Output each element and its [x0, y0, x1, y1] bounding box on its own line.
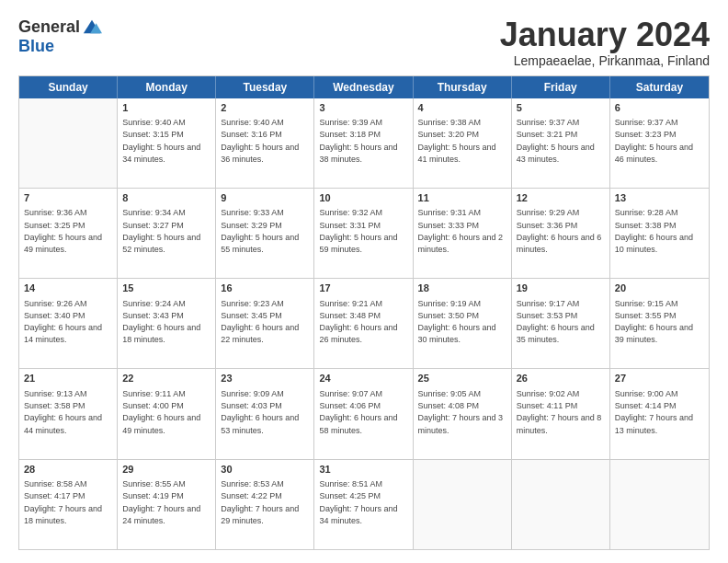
week-row-5: 28Sunrise: 8:58 AMSunset: 4:17 PMDayligh…: [19, 459, 709, 549]
cal-cell-0-3: 3Sunrise: 9:39 AMSunset: 3:18 PMDaylight…: [314, 98, 413, 188]
cal-cell-3-3: 24Sunrise: 9:07 AMSunset: 4:06 PMDayligh…: [314, 369, 413, 458]
calendar: Sunday Monday Tuesday Wednesday Thursday…: [18, 75, 710, 550]
week-row-3: 14Sunrise: 9:26 AMSunset: 3:40 PMDayligh…: [19, 278, 709, 368]
cell-info: Sunrise: 9:38 AMSunset: 3:20 PMDaylight:…: [418, 118, 496, 164]
day-number: 20: [615, 282, 704, 295]
cal-cell-4-1: 29Sunrise: 8:55 AMSunset: 4:19 PMDayligh…: [118, 460, 216, 549]
title-block: January 2024 Lempaeaelae, Pirkanmaa, Fin…: [500, 17, 710, 68]
cal-cell-4-0: 28Sunrise: 8:58 AMSunset: 4:17 PMDayligh…: [19, 460, 118, 549]
cell-info: Sunrise: 9:09 AMSunset: 4:03 PMDaylight:…: [221, 389, 299, 435]
cell-info: Sunrise: 9:40 AMSunset: 3:15 PMDaylight:…: [122, 118, 200, 164]
day-number: 17: [319, 282, 407, 295]
day-number: 11: [418, 191, 506, 205]
day-number: 29: [122, 463, 210, 477]
cell-info: Sunrise: 9:15 AMSunset: 3:55 PMDaylight:…: [615, 299, 693, 345]
cal-cell-0-1: 1Sunrise: 9:40 AMSunset: 3:15 PMDaylight…: [118, 98, 216, 188]
cal-cell-0-4: 4Sunrise: 9:38 AMSunset: 3:20 PMDaylight…: [414, 98, 512, 188]
cell-info: Sunrise: 9:21 AMSunset: 3:48 PMDaylight:…: [319, 299, 397, 345]
header-thursday: Thursday: [414, 76, 512, 98]
day-number: 30: [221, 463, 309, 477]
cal-cell-2-1: 15Sunrise: 9:24 AMSunset: 3:43 PMDayligh…: [118, 279, 216, 368]
cell-info: Sunrise: 9:29 AMSunset: 3:36 PMDaylight:…: [517, 208, 602, 254]
day-number: 8: [122, 191, 210, 205]
day-number: 13: [615, 191, 704, 205]
day-number: 18: [418, 282, 506, 295]
cell-info: Sunrise: 9:32 AMSunset: 3:31 PMDaylight:…: [319, 208, 397, 254]
header-sunday: Sunday: [19, 76, 118, 98]
day-number: 3: [319, 101, 407, 115]
calendar-header: Sunday Monday Tuesday Wednesday Thursday…: [19, 76, 709, 98]
cal-cell-0-5: 5Sunrise: 9:37 AMSunset: 3:21 PMDaylight…: [512, 98, 610, 188]
day-number: 15: [122, 282, 210, 295]
cell-info: Sunrise: 8:58 AMSunset: 4:17 PMDaylight:…: [24, 479, 102, 525]
cal-cell-2-5: 19Sunrise: 9:17 AMSunset: 3:53 PMDayligh…: [512, 279, 610, 368]
cal-cell-4-4: [414, 460, 512, 549]
header-wednesday: Wednesday: [314, 76, 413, 98]
header-saturday: Saturday: [610, 76, 709, 98]
cal-cell-1-5: 12Sunrise: 9:29 AMSunset: 3:36 PMDayligh…: [512, 189, 610, 278]
cell-info: Sunrise: 8:53 AMSunset: 4:22 PMDaylight:…: [221, 479, 299, 525]
cal-cell-2-2: 16Sunrise: 9:23 AMSunset: 3:45 PMDayligh…: [216, 279, 314, 368]
cal-cell-3-0: 21Sunrise: 9:13 AMSunset: 3:58 PMDayligh…: [19, 369, 118, 458]
day-number: 7: [24, 191, 112, 205]
cell-info: Sunrise: 9:05 AMSunset: 4:08 PMDaylight:…: [418, 389, 504, 435]
cal-cell-4-2: 30Sunrise: 8:53 AMSunset: 4:22 PMDayligh…: [216, 460, 314, 549]
day-number: 2: [221, 101, 309, 115]
logo: General Blue: [18, 17, 102, 56]
cal-cell-0-0: [19, 98, 118, 188]
cell-info: Sunrise: 9:34 AMSunset: 3:27 PMDaylight:…: [122, 208, 200, 254]
cal-cell-3-6: 27Sunrise: 9:00 AMSunset: 4:14 PMDayligh…: [610, 369, 709, 458]
cal-cell-4-6: [610, 460, 709, 549]
cell-info: Sunrise: 9:13 AMSunset: 3:58 PMDaylight:…: [24, 389, 102, 435]
header-tuesday: Tuesday: [216, 76, 314, 98]
cal-cell-1-4: 11Sunrise: 9:31 AMSunset: 3:33 PMDayligh…: [414, 189, 512, 278]
day-number: 23: [221, 372, 309, 385]
day-number: 25: [418, 372, 506, 385]
cell-info: Sunrise: 9:33 AMSunset: 3:29 PMDaylight:…: [221, 208, 299, 254]
cell-info: Sunrise: 8:51 AMSunset: 4:25 PMDaylight:…: [319, 479, 397, 525]
cell-info: Sunrise: 9:23 AMSunset: 3:45 PMDaylight:…: [221, 299, 299, 345]
cal-cell-3-4: 25Sunrise: 9:05 AMSunset: 4:08 PMDayligh…: [414, 369, 512, 458]
week-row-2: 7Sunrise: 9:36 AMSunset: 3:25 PMDaylight…: [19, 188, 709, 278]
day-number: 6: [615, 101, 704, 115]
day-number: 24: [319, 372, 407, 385]
cal-cell-2-0: 14Sunrise: 9:26 AMSunset: 3:40 PMDayligh…: [19, 279, 118, 368]
day-number: 28: [24, 463, 112, 477]
day-number: 10: [319, 191, 407, 205]
cal-cell-1-2: 9Sunrise: 9:33 AMSunset: 3:29 PMDaylight…: [216, 189, 314, 278]
cell-info: Sunrise: 9:31 AMSunset: 3:33 PMDaylight:…: [418, 208, 504, 254]
cal-cell-4-5: [512, 460, 610, 549]
day-number: 4: [418, 101, 506, 115]
day-number: 1: [122, 101, 210, 115]
page: General Blue January 2024 Lempaeaelae, P…: [0, 0, 728, 563]
cal-cell-2-4: 18Sunrise: 9:19 AMSunset: 3:50 PMDayligh…: [414, 279, 512, 368]
cell-info: Sunrise: 9:26 AMSunset: 3:40 PMDaylight:…: [24, 299, 102, 345]
cal-cell-3-2: 23Sunrise: 9:09 AMSunset: 4:03 PMDayligh…: [216, 369, 314, 458]
cell-info: Sunrise: 9:39 AMSunset: 3:18 PMDaylight:…: [319, 118, 397, 164]
cell-info: Sunrise: 9:36 AMSunset: 3:25 PMDaylight:…: [24, 208, 102, 254]
week-row-4: 21Sunrise: 9:13 AMSunset: 3:58 PMDayligh…: [19, 368, 709, 458]
cal-cell-4-3: 31Sunrise: 8:51 AMSunset: 4:25 PMDayligh…: [314, 460, 413, 549]
logo-general: General: [18, 17, 80, 37]
day-number: 26: [517, 372, 605, 385]
cell-info: Sunrise: 9:07 AMSunset: 4:06 PMDaylight:…: [319, 389, 397, 435]
cell-info: Sunrise: 9:17 AMSunset: 3:53 PMDaylight:…: [517, 299, 595, 345]
cell-info: Sunrise: 9:11 AMSunset: 4:00 PMDaylight:…: [122, 389, 200, 435]
day-number: 19: [517, 282, 605, 295]
cal-cell-2-3: 17Sunrise: 9:21 AMSunset: 3:48 PMDayligh…: [314, 279, 413, 368]
cell-info: Sunrise: 9:19 AMSunset: 3:50 PMDaylight:…: [418, 299, 496, 345]
cal-cell-0-2: 2Sunrise: 9:40 AMSunset: 3:16 PMDaylight…: [216, 98, 314, 188]
cal-cell-3-1: 22Sunrise: 9:11 AMSunset: 4:00 PMDayligh…: [118, 369, 216, 458]
header-friday: Friday: [512, 76, 610, 98]
day-number: 21: [24, 372, 112, 385]
cell-info: Sunrise: 9:40 AMSunset: 3:16 PMDaylight:…: [221, 118, 299, 164]
header: General Blue January 2024 Lempaeaelae, P…: [18, 17, 710, 68]
cell-info: Sunrise: 9:24 AMSunset: 3:43 PMDaylight:…: [122, 299, 200, 345]
calendar-body: 1Sunrise: 9:40 AMSunset: 3:15 PMDaylight…: [19, 98, 709, 549]
cell-info: Sunrise: 8:55 AMSunset: 4:19 PMDaylight:…: [122, 479, 200, 525]
cal-cell-0-6: 6Sunrise: 9:37 AMSunset: 3:23 PMDaylight…: [610, 98, 709, 188]
day-number: 27: [615, 372, 704, 385]
cal-cell-1-0: 7Sunrise: 9:36 AMSunset: 3:25 PMDaylight…: [19, 189, 118, 278]
subtitle: Lempaeaelae, Pirkanmaa, Finland: [500, 53, 710, 68]
day-number: 16: [221, 282, 309, 295]
